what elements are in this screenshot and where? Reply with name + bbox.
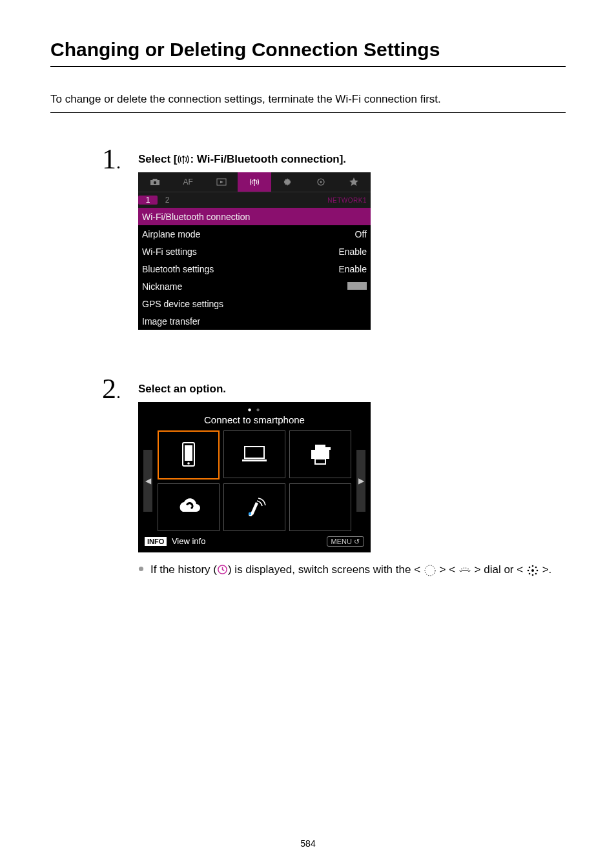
camera-tab-setup [271,172,304,192]
footer-info: INFO View info [145,536,205,546]
camera-subtab-2: 2 [158,196,177,205]
cell-remote [223,483,285,531]
svg-point-31 [529,567,531,569]
camera-tab-playback [205,172,238,192]
svg-point-26 [531,569,534,572]
antenna-icon [177,154,190,165]
camera-menu-screenshot-2: ● ● Connect to smartphone ◀ [138,402,371,552]
menu-row-wifi-bt: Wi-Fi/Bluetooth connection [138,208,371,225]
camera-tab-shooting [138,172,171,192]
menu-row-image-transfer: Image transfer [138,312,371,330]
menu-row-gps: GPS device settings [138,295,371,312]
svg-point-29 [528,570,529,572]
svg-point-5 [254,179,255,181]
svg-rect-16 [325,447,331,450]
menu-row-bt-settings: Bluetooth settings Enable [138,260,371,278]
camera-menu-screenshot-1: AF [138,172,371,330]
svg-point-7 [320,181,322,183]
svg-point-34 [535,573,537,575]
network-label: NETWORK1 [327,197,371,204]
svg-point-21 [425,565,435,576]
title-rule [50,66,566,67]
section-rule [50,112,566,113]
bullet-icon [138,566,144,572]
svg-point-27 [532,565,534,567]
svg-point-32 [535,567,537,569]
svg-point-28 [532,574,534,576]
main-dial-icon [458,564,471,576]
camera-tab-af: AF [171,172,204,192]
svg-point-1 [183,156,184,157]
svg-rect-9 [185,445,192,461]
cell-empty [289,483,351,531]
cell-cloud [158,483,220,531]
camera-tab-bar: AF [138,172,371,192]
right-arrow: ▶ [356,450,365,512]
svg-rect-15 [315,459,325,464]
cell-printer [289,430,351,478]
camera-tab-mymenu [338,172,371,192]
menu-row-airplane: Airplane mode Off [138,225,371,243]
svg-point-30 [537,570,539,572]
svg-point-33 [529,573,531,575]
multi-controller-icon [526,564,539,576]
camera-subtabs: 1 2 NETWORK1 [138,192,371,208]
nickname-obscured [347,282,367,290]
page-dots: ● ● [138,402,371,413]
menu-row-nickname: Nickname [138,278,371,295]
step-2: 2. Select an option. ● ● Connect to smar… [102,375,566,578]
svg-point-10 [187,462,190,465]
page-number: 584 [0,838,616,849]
step-number: 2. [102,375,138,407]
page-title: Changing or Deleting Connection Settings [50,39,566,61]
connect-title: Connect to smartphone [138,413,371,430]
svg-point-19 [139,567,143,571]
camera-tab-wireless [238,172,271,192]
left-arrow: ◀ [143,450,152,512]
step-2-label: Select an option. [138,383,566,396]
camera-tab-custom [304,172,337,192]
svg-rect-14 [315,445,325,450]
svg-rect-12 [242,459,267,461]
step-1-label: Select [ : Wi-Fi/Bluetooth connection]. [138,153,566,166]
step-number: 1. [102,145,138,177]
footer-menu: MENU ↺ [327,536,364,546]
menu-row-wifi-settings: Wi-Fi settings Enable [138,243,371,260]
quick-dial-icon [424,564,436,576]
svg-rect-11 [245,447,264,458]
svg-point-2 [154,181,156,184]
svg-point-18 [249,512,251,515]
svg-rect-13 [311,450,329,459]
step-2-bullet: If the history ( ) is displayed, switch … [138,561,566,578]
camera-subtab-1: 1 [138,196,158,205]
history-link-icon [217,564,228,575]
step-1: 1. Select [ : Wi-Fi/Bluetooth connection… [102,145,566,330]
intro-text: To change or delete the connection setti… [50,93,566,106]
cell-computer [223,430,285,478]
cell-smartphone [158,430,220,479]
